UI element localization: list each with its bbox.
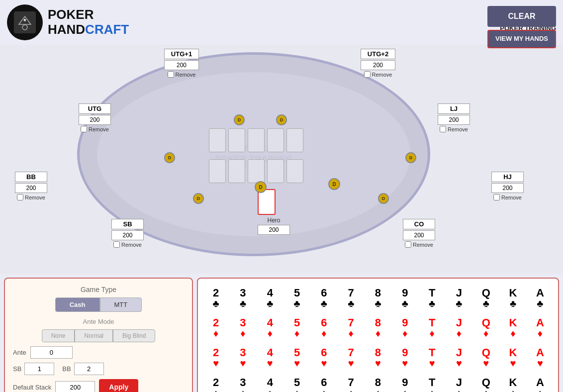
card-cell[interactable]: 3♥ <box>230 343 256 372</box>
card-cell[interactable]: 7♣ <box>338 284 364 312</box>
card-cell[interactable]: 9♥ <box>392 343 418 372</box>
card-cell[interactable]: 2♦ <box>203 313 229 342</box>
card-cell[interactable]: T♦ <box>419 313 445 342</box>
card-cell[interactable]: 2♥ <box>203 343 229 372</box>
player-co: CO 200 Remove <box>403 219 435 248</box>
card-cell[interactable]: 5♥ <box>284 343 310 372</box>
ante-mode-title: Ante Mode <box>13 318 184 325</box>
card-cell[interactable]: A♠ <box>527 373 553 392</box>
utg-plus1-remove-checkbox[interactable] <box>168 71 174 78</box>
clear-button[interactable]: CLEAR <box>487 6 556 27</box>
card-cell[interactable]: 3♣ <box>230 284 256 312</box>
comm-card-b5 <box>286 159 303 183</box>
card-cell[interactable]: 6♠ <box>311 373 337 392</box>
clubs-suit-icon: ♣ <box>510 298 516 308</box>
diamonds-suit-icon: ♦ <box>268 328 273 338</box>
card-cell[interactable]: A♥ <box>527 343 553 372</box>
comm-card-b4 <box>267 159 284 183</box>
co-remove-checkbox[interactable] <box>405 241 411 248</box>
ante-bigblind-button[interactable]: Big Blind <box>113 329 155 342</box>
card-cell[interactable]: 9♣ <box>392 284 418 312</box>
view-hands-button[interactable]: VIEW MY HANDS <box>487 30 556 48</box>
card-rank: 2 <box>213 317 219 328</box>
utg-remove-checkbox[interactable] <box>81 126 87 132</box>
card-cell[interactable]: K♠ <box>500 373 526 392</box>
utg-plus1-stack[interactable]: 200 <box>164 60 199 70</box>
card-cell[interactable]: 8♥ <box>365 343 391 372</box>
spades-suit-icon: ♠ <box>294 388 300 392</box>
card-cell[interactable]: 7♥ <box>338 343 364 372</box>
card-cell[interactable]: Q♦ <box>473 313 499 342</box>
card-cell[interactable]: 5♦ <box>284 313 310 342</box>
card-cell[interactable]: T♥ <box>419 343 445 372</box>
game-type-cash-button[interactable]: Cash <box>55 297 100 312</box>
card-cell[interactable]: 3♠ <box>230 373 256 392</box>
card-cell[interactable]: 2♠ <box>203 373 229 392</box>
bb-stack[interactable]: 200 <box>15 183 47 193</box>
top-buttons: CLEAR VIEW MY HANDS <box>487 6 556 48</box>
card-cell[interactable]: A♦ <box>527 313 553 342</box>
card-cell[interactable]: Q♥ <box>473 343 499 372</box>
card-cell[interactable]: J♠ <box>446 373 472 392</box>
utg-stack[interactable]: 200 <box>79 115 111 125</box>
card-cell[interactable]: 5♠ <box>284 373 310 392</box>
bb-input[interactable] <box>74 363 104 375</box>
lj-remove-checkbox[interactable] <box>440 126 446 132</box>
spades-suit-icon: ♠ <box>213 388 219 392</box>
hj-stack[interactable]: 200 <box>491 183 524 193</box>
card-cell[interactable]: T♠ <box>419 373 445 392</box>
card-cell[interactable]: T♣ <box>419 284 445 312</box>
sb-remove-checkbox[interactable] <box>113 241 120 248</box>
utg-plus2-remove-checkbox[interactable] <box>364 71 371 78</box>
card-cell[interactable]: 9♠ <box>392 373 418 392</box>
card-cell[interactable]: J♦ <box>446 313 472 342</box>
card-cell[interactable]: 6♦ <box>311 313 337 342</box>
spades-suit-icon: ♠ <box>457 388 462 392</box>
hearts-suit-icon: ♥ <box>429 358 435 368</box>
card-cell[interactable]: K♥ <box>500 343 526 372</box>
card-cell[interactable]: 3♦ <box>230 313 256 342</box>
card-cell[interactable]: A♣ <box>527 284 553 312</box>
lj-stack[interactable]: 200 <box>438 115 470 125</box>
card-cell[interactable]: 4♥ <box>257 343 283 372</box>
apply-button[interactable]: Apply <box>99 379 138 392</box>
co-stack[interactable]: 200 <box>403 230 435 240</box>
ante-none-button[interactable]: None <box>42 329 75 342</box>
hero-stack[interactable]: 200 <box>258 225 290 235</box>
default-stack-input[interactable] <box>55 381 95 392</box>
card-rank: 9 <box>402 288 408 298</box>
card-cell[interactable]: J♥ <box>446 343 472 372</box>
sb-input[interactable] <box>24 363 54 375</box>
card-cell[interactable]: 5♣ <box>284 284 310 312</box>
card-rank: Q <box>482 347 490 358</box>
card-cell[interactable]: 8♠ <box>365 373 391 392</box>
card-cell[interactable]: 6♥ <box>311 343 337 372</box>
card-cell[interactable]: 2♣ <box>203 284 229 312</box>
card-cell[interactable]: K♣ <box>500 284 526 312</box>
bb-remove-checkbox[interactable] <box>17 194 23 200</box>
card-rank: 8 <box>375 347 381 358</box>
card-cell[interactable]: 4♣ <box>257 284 283 312</box>
card-cell[interactable]: 6♣ <box>311 284 337 312</box>
card-cell[interactable]: 9♦ <box>392 313 418 342</box>
card-cell[interactable]: Q♠ <box>473 373 499 392</box>
ante-normal-button[interactable]: Normal <box>75 329 113 342</box>
utg-plus2-stack[interactable]: 200 <box>361 60 395 70</box>
game-type-mtt-button[interactable]: MTT <box>100 297 142 312</box>
table-area: ADVANCEDPOKER TRAINING D D D D D D D UT <box>0 45 563 274</box>
clubs-suit-icon: ♣ <box>348 298 354 308</box>
dealer-btn-1: D <box>234 114 245 125</box>
card-cell[interactable]: J♣ <box>446 284 472 312</box>
card-cell[interactable]: 7♠ <box>338 373 364 392</box>
card-rank: 6 <box>321 317 327 328</box>
sb-stack[interactable]: 200 <box>111 230 144 240</box>
card-cell[interactable]: Q♣ <box>473 284 499 312</box>
card-cell[interactable]: 8♦ <box>365 313 391 342</box>
card-cell[interactable]: 4♦ <box>257 313 283 342</box>
card-cell[interactable]: 8♣ <box>365 284 391 312</box>
ante-input[interactable] <box>30 346 73 359</box>
card-cell[interactable]: 4♠ <box>257 373 283 392</box>
card-cell[interactable]: K♦ <box>500 313 526 342</box>
card-cell[interactable]: 7♦ <box>338 313 364 342</box>
hj-remove-checkbox[interactable] <box>493 194 500 200</box>
